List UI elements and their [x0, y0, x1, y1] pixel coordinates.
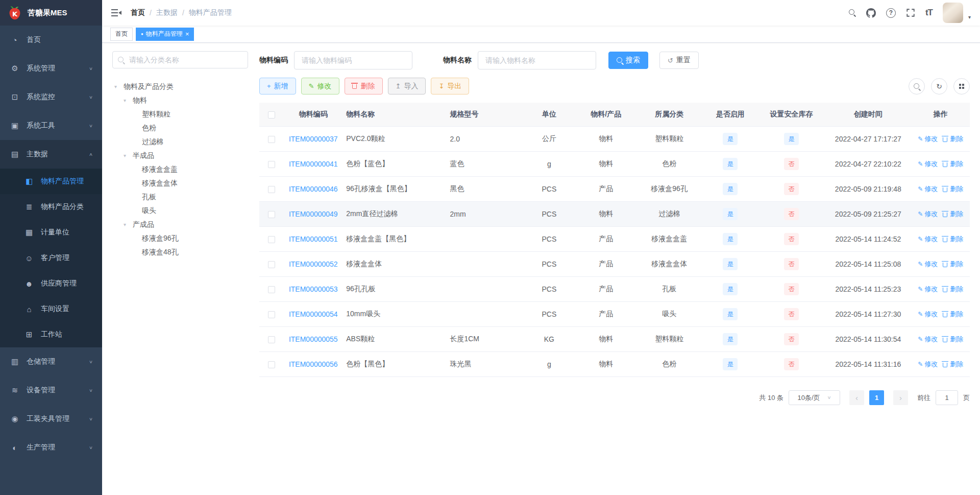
row-delete-link[interactable]: 删除 — [943, 209, 963, 219]
row-checkbox[interactable] — [268, 361, 275, 368]
github-icon[interactable] — [866, 8, 876, 18]
row-delete-link[interactable]: 删除 — [943, 335, 963, 344]
row-checkbox[interactable] — [268, 236, 275, 243]
sidebar-item-system-tools[interactable]: ▣ 系统工具 ∨ — [0, 111, 102, 140]
row-delete-link[interactable]: 删除 — [943, 134, 963, 144]
sidebar-item-supplier-management[interactable]: ☻ 供应商管理 — [0, 271, 102, 296]
search-button[interactable]: 搜索 — [608, 52, 648, 69]
table-row[interactable]: ITEM00000051 移液盒盒盖【黑色】 PCS 产品 移液盒盒盖 是 否 … — [259, 226, 970, 251]
tree-node[interactable]: ▾ 过滤棉 — [112, 135, 248, 149]
refresh-button[interactable]: ↻ — [931, 78, 947, 95]
row-edit-link[interactable]: ✎修改 — [918, 134, 938, 144]
export-button[interactable]: ↧导出 — [431, 78, 469, 95]
item-code-link[interactable]: ITEM00000053 — [289, 285, 338, 293]
table-row[interactable]: ITEM00000055 ABS颗粒 长度1CM KG 物料 塑料颗粒 是 否 … — [259, 326, 970, 351]
font-size-icon[interactable]: tT — [925, 8, 933, 18]
category-search-input[interactable] — [112, 51, 248, 68]
table-row[interactable]: ITEM00000046 96孔移液盒【黑色】 黑色 PCS 产品 移液盒96孔… — [259, 176, 970, 201]
tree-node[interactable]: ▾ 塑料颗粒 — [112, 107, 248, 121]
row-checkbox[interactable] — [268, 336, 275, 343]
table-row[interactable]: ITEM00000041 色粉【蓝色】 蓝色 g 物料 色粉 是 否 2022-… — [259, 151, 970, 176]
row-edit-link[interactable]: ✎修改 — [918, 310, 938, 319]
sidebar-item-production-management[interactable]: ◐ 生产管理 ∨ — [0, 433, 102, 462]
sidebar-item-system-monitor[interactable]: ⊡ 系统监控 ∨ — [0, 83, 102, 111]
caret-down-icon[interactable]: ▾ — [124, 222, 133, 227]
sidebar-item-home[interactable]: ◔ 首页 — [0, 26, 102, 54]
row-delete-link[interactable]: 删除 — [943, 159, 963, 169]
material-name-input[interactable] — [478, 51, 596, 69]
sidebar-item-measure-unit[interactable]: ▦ 计量单位 — [0, 220, 102, 245]
row-edit-link[interactable]: ✎修改 — [918, 234, 938, 244]
tree-node[interactable]: ▾ 移液盒96孔 — [112, 231, 248, 245]
item-code-link[interactable]: ITEM00000046 — [289, 185, 338, 193]
sidebar-item-workshop-settings[interactable]: ⌂ 车间设置 — [0, 296, 102, 322]
material-code-input[interactable] — [294, 51, 412, 69]
user-menu-caret-icon[interactable]: ▾ — [968, 14, 971, 20]
sidebar-item-material-product-management[interactable]: ◧ 物料产品管理 — [0, 169, 102, 194]
item-code-link[interactable]: ITEM00000052 — [289, 260, 338, 268]
row-checkbox[interactable] — [268, 261, 275, 268]
tree-node[interactable]: ▾ 色粉 — [112, 121, 248, 135]
select-all-checkbox[interactable] — [268, 111, 275, 119]
sidebar-item-warehouse-management[interactable]: ▥ 仓储管理 ∨ — [0, 347, 102, 376]
columns-button[interactable] — [953, 78, 970, 95]
row-checkbox[interactable] — [268, 161, 275, 168]
row-edit-link[interactable]: ✎修改 — [918, 360, 938, 369]
close-icon[interactable]: × — [185, 31, 189, 37]
row-delete-link[interactable]: 删除 — [943, 310, 963, 319]
breadcrumb-item[interactable]: 主数据 — [156, 8, 178, 17]
table-row[interactable]: ITEM00000054 10mm吸头 PCS 产品 吸头 是 否 2022-0… — [259, 301, 970, 326]
item-code-link[interactable]: ITEM00000054 — [289, 310, 338, 318]
sidebar-item-customer-management[interactable]: ☺ 客户管理 — [0, 245, 102, 271]
show-search-button[interactable] — [909, 78, 925, 95]
tree-node[interactable]: ▾ 物料 — [112, 93, 248, 107]
row-delete-link[interactable]: 删除 — [943, 360, 963, 369]
tree-node[interactable]: ▾ 半成品 — [112, 149, 248, 162]
help-icon[interactable]: ? — [886, 8, 896, 18]
breadcrumb-item[interactable]: 首页 — [131, 8, 145, 17]
sidebar-item-fixture-management[interactable]: ◉ 工装夹具管理 ∨ — [0, 405, 102, 433]
sidebar-item-workstation[interactable]: ⊞ 工作站 — [0, 322, 102, 347]
item-code-link[interactable]: ITEM00000049 — [289, 210, 338, 218]
search-icon[interactable] — [849, 9, 856, 16]
table-row[interactable]: ITEM00000053 96孔孔板 PCS 产品 孔板 是 否 2022-05… — [259, 276, 970, 301]
item-code-link[interactable]: ITEM00000051 — [289, 235, 338, 243]
sidebar-item-system-management[interactable]: ⚙ 系统管理 ∨ — [0, 54, 102, 83]
tree-node[interactable]: ▾ 移液盒盒体 — [112, 176, 248, 190]
prev-page-button[interactable]: ‹ — [849, 390, 864, 405]
caret-down-icon[interactable]: ▾ — [124, 153, 133, 158]
tree-node[interactable]: ▾ 产成品 — [112, 218, 248, 231]
table-row[interactable]: ITEM00000049 2mm直径过滤棉 2mm PCS 物料 过滤棉 是 否… — [259, 201, 970, 226]
tree-node[interactable]: ▾ 物料及产品分类 — [112, 80, 248, 93]
sidebar-toggle-icon[interactable] — [111, 9, 121, 16]
page-size-select[interactable]: 10条/页 ∨ — [789, 390, 840, 405]
sidebar-item-equipment-management[interactable]: ≋ 设备管理 ∨ — [0, 376, 102, 405]
row-checkbox[interactable] — [268, 211, 275, 218]
row-delete-link[interactable]: 删除 — [943, 234, 963, 244]
delete-button[interactable]: 删除 — [345, 78, 383, 95]
table-row[interactable]: ITEM00000052 移液盒盒体 PCS 产品 移液盒盒体 是 否 2022… — [259, 251, 970, 276]
row-edit-link[interactable]: ✎修改 — [918, 285, 938, 294]
fullscreen-icon[interactable] — [906, 8, 915, 17]
row-edit-link[interactable]: ✎修改 — [918, 159, 938, 169]
sidebar-item-material-product-category[interactable]: ≣ 物料产品分类 — [0, 194, 102, 220]
import-button[interactable]: ↥导入 — [388, 78, 426, 95]
tree-node[interactable]: ▾ 移液盒盒盖 — [112, 162, 248, 176]
tree-node[interactable]: ▾ 孔板 — [112, 190, 248, 204]
edit-button[interactable]: ✎修改 — [301, 78, 339, 95]
item-code-link[interactable]: ITEM00000056 — [289, 360, 338, 368]
goto-page-input[interactable] — [936, 390, 958, 405]
tab-material-product-management[interactable]: ● 物料产品管理 × — [136, 28, 194, 41]
row-delete-link[interactable]: 删除 — [943, 184, 963, 194]
item-code-link[interactable]: ITEM00000041 — [289, 160, 338, 168]
next-page-button[interactable]: › — [893, 390, 908, 405]
row-edit-link[interactable]: ✎修改 — [918, 209, 938, 219]
caret-down-icon[interactable]: ▾ — [114, 84, 124, 89]
tree-node[interactable]: ▾ 移液盒48孔 — [112, 245, 248, 259]
row-edit-link[interactable]: ✎修改 — [918, 335, 938, 344]
app-logo[interactable]: K 苦糖果MES — [0, 0, 102, 26]
item-code-link[interactable]: ITEM00000037 — [289, 135, 338, 143]
row-edit-link[interactable]: ✎修改 — [918, 184, 938, 194]
sidebar-item-master-data[interactable]: ▤ 主数据 ∧ — [0, 140, 102, 169]
breadcrumb-item[interactable]: 物料产品管理 — [189, 8, 232, 17]
